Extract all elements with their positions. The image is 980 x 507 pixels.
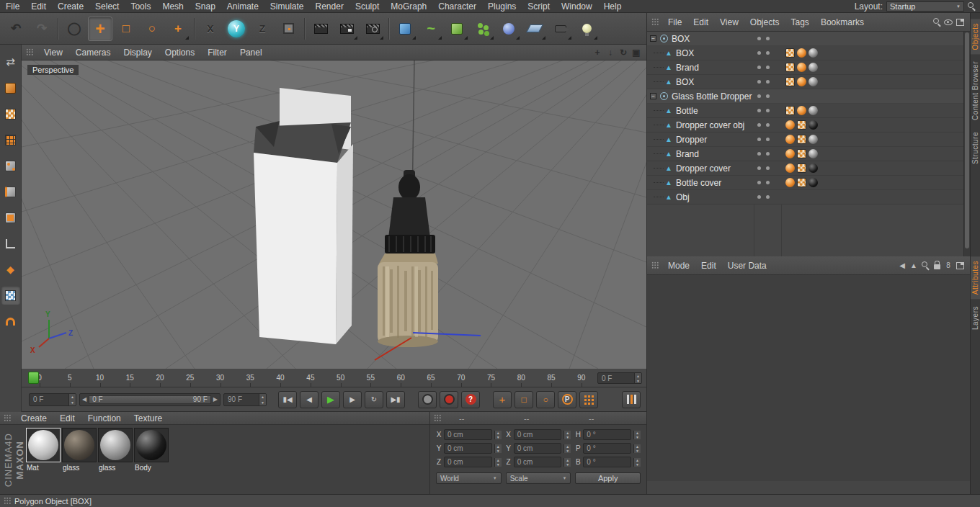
menu-plugins[interactable]: Plugins: [482, 0, 522, 13]
texture-tag-icon[interactable]: [808, 77, 818, 86]
next-frame-button[interactable]: ▶: [343, 391, 362, 408]
object-row-brand[interactable]: ▲ Brand: [647, 60, 970, 75]
add-mograph-button[interactable]: [471, 17, 495, 41]
visibility-dots[interactable]: [757, 80, 770, 84]
uvw-tag-icon[interactable]: [785, 106, 795, 115]
ruler-frame-field[interactable]: 0 F ▲▼: [597, 372, 642, 384]
panel-grip-icon[interactable]: [434, 414, 442, 422]
material-tag-icon[interactable]: [797, 106, 806, 115]
object-axis-button[interactable]: [1, 234, 20, 253]
search-icon[interactable]: [968, 2, 976, 10]
position-header[interactable]: --: [445, 414, 509, 423]
viewport-menu-display[interactable]: Display: [117, 48, 157, 58]
rotation-header[interactable]: --: [574, 414, 639, 423]
pin-icon[interactable]: ▲: [908, 260, 919, 272]
add-deformer-button[interactable]: [496, 17, 521, 41]
z-axis-lock-button[interactable]: Z: [250, 17, 275, 41]
material-tag-icon[interactable]: [785, 120, 795, 130]
object-row-bottle-cover[interactable]: ▲ Bottle cover: [647, 176, 970, 190]
object-row-dropper-cover-obj[interactable]: ▲ Dropper cover obj: [647, 118, 970, 133]
object-row-glass-bottle-dropper[interactable]: − Glass Bottle Dropper: [647, 89, 970, 104]
object-row-box-group[interactable]: − BOX: [647, 32, 970, 46]
material-tag-icon[interactable]: [797, 77, 806, 86]
viewport-menu-panel[interactable]: Panel: [234, 48, 268, 58]
om-menu-bookmarks[interactable]: Bookmarks: [815, 17, 870, 27]
menu-render[interactable]: Render: [310, 0, 349, 13]
material-item[interactable]: Mat: [26, 428, 61, 472]
texture-tag-icon[interactable]: [808, 149, 818, 158]
apply-button[interactable]: Apply: [575, 472, 641, 484]
uvw-tag-icon[interactable]: [797, 178, 806, 187]
om-menu-file[interactable]: File: [662, 17, 687, 27]
dolly-view-icon[interactable]: ↓: [605, 47, 616, 58]
uvw-tag-icon[interactable]: [785, 48, 795, 58]
tab-objects[interactable]: Objects: [971, 19, 980, 54]
tab-layers[interactable]: Layers: [971, 302, 980, 334]
layout-select[interactable]: Startup ▼: [886, 1, 964, 12]
visibility-dots[interactable]: [757, 66, 770, 69]
om-menu-view[interactable]: View: [714, 17, 744, 27]
material-item[interactable]: glass: [98, 428, 133, 472]
material-tag-icon[interactable]: [785, 135, 795, 144]
go-to-start-button[interactable]: ▮◀: [278, 391, 297, 408]
stepper[interactable]: ▲▼: [494, 431, 502, 439]
texture-tag-icon[interactable]: [808, 48, 818, 58]
add-cube-button[interactable]: [393, 17, 417, 41]
uvw-tag-icon[interactable]: [797, 149, 806, 158]
material-tag-icon[interactable]: [797, 48, 806, 58]
position-x-input[interactable]: 0 cm: [444, 429, 492, 440]
menu-create[interactable]: Create: [52, 0, 89, 13]
x-axis-lock-button[interactable]: X: [198, 17, 223, 41]
texture-tag-icon[interactable]: [808, 163, 818, 173]
scale-tool[interactable]: □: [114, 17, 138, 41]
view-filter-button[interactable]: [1, 286, 20, 305]
add-spline-button[interactable]: ~: [419, 17, 443, 41]
visibility-dots[interactable]: [757, 109, 770, 112]
preview-range-slider[interactable]: ◀ 0 F 90 F ▶: [79, 393, 220, 406]
stepper[interactable]: ▲▼: [564, 444, 571, 453]
viewport-menu-cameras[interactable]: Cameras: [70, 48, 117, 58]
maximize-view-icon[interactable]: ▣: [631, 47, 642, 58]
viewport-menu-options[interactable]: Options: [159, 48, 200, 58]
stepper[interactable]: ▲▼: [633, 444, 641, 453]
tab-structure[interactable]: Structure: [971, 127, 980, 169]
menu-select[interactable]: Select: [89, 0, 125, 13]
redo-button[interactable]: ↷: [30, 17, 54, 41]
material-menu-function[interactable]: Function: [81, 413, 128, 423]
menu-animate[interactable]: Animate: [221, 0, 264, 13]
add-generator-button[interactable]: [445, 17, 469, 41]
size-y-input[interactable]: 0 cm: [514, 443, 562, 454]
om-menu-objects[interactable]: Objects: [744, 17, 785, 27]
last-used-tool[interactable]: +: [166, 17, 190, 41]
panel-grip-icon[interactable]: [4, 414, 12, 422]
visibility-dots[interactable]: [757, 94, 770, 98]
record-keyframe-button[interactable]: [440, 391, 458, 408]
add-camera-button[interactable]: [548, 17, 573, 41]
record-scale-toggle[interactable]: □: [514, 391, 533, 408]
render-settings-button[interactable]: [360, 17, 385, 41]
tab-content-browser[interactable]: Content Browser: [971, 57, 980, 125]
menu-script[interactable]: Script: [522, 0, 556, 13]
link-icon[interactable]: 8: [943, 260, 954, 272]
transform-mode-select[interactable]: Scale▼: [506, 472, 571, 484]
normal-mode-button[interactable]: ◆: [1, 260, 20, 279]
size-z-input[interactable]: 0 cm: [514, 457, 562, 467]
material-menu-edit[interactable]: Edit: [53, 413, 81, 423]
record-rotation-toggle[interactable]: ○: [536, 391, 555, 408]
render-view-button[interactable]: [308, 17, 333, 41]
om-menu-tags[interactable]: Tags: [785, 17, 815, 27]
autokey-button[interactable]: [418, 391, 437, 408]
pan-view-icon[interactable]: +: [592, 47, 603, 58]
am-menu-mode[interactable]: Mode: [662, 261, 695, 271]
stepper[interactable]: ▲▼: [564, 458, 571, 467]
previous-frame-button[interactable]: ◀: [300, 391, 318, 408]
visibility-dots[interactable]: [757, 195, 770, 199]
viewport-menu-view[interactable]: View: [38, 48, 68, 58]
workplane-mode-button[interactable]: [1, 130, 20, 149]
panel-menu-icon[interactable]: [954, 260, 966, 272]
y-axis-lock-button[interactable]: Y: [224, 17, 249, 41]
render-picture-viewer-button[interactable]: [334, 17, 359, 41]
material-item[interactable]: glass: [62, 428, 97, 472]
collapse-icon[interactable]: −: [650, 93, 656, 99]
menu-tools[interactable]: Tools: [125, 0, 156, 13]
